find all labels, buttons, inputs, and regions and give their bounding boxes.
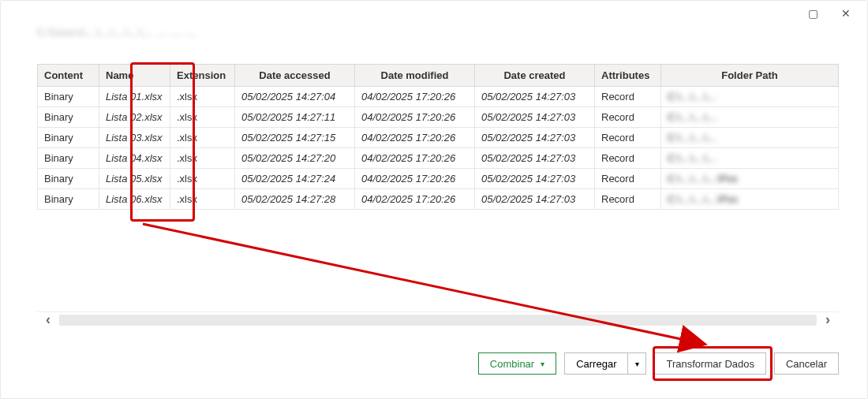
- table-body: BinaryLista 01.xlsx.xlsx05/02/2025 14:27…: [38, 87, 839, 210]
- cell-modified: 04/02/2025 17:20:26: [355, 189, 475, 210]
- scroll-left-button[interactable]: ‹: [37, 311, 59, 328]
- cell-created: 05/02/2025 14:27:03: [475, 107, 595, 128]
- cell-name: Lista 05.xlsx: [99, 169, 170, 189]
- horizontal-scrollbar[interactable]: ‹ ›: [37, 311, 839, 327]
- cell-name: Lista 03.xlsx: [99, 128, 170, 148]
- cell-name: Lista 06.xlsx: [99, 189, 170, 210]
- header-row: Content Name Extension Date accessed Dat…: [38, 65, 839, 87]
- table-row[interactable]: BinaryLista 03.xlsx.xlsx05/02/2025 14:27…: [38, 128, 839, 148]
- cell-folder: C:\…\…\…: [661, 148, 839, 169]
- cell-accessed: 05/02/2025 14:27:24: [235, 169, 355, 189]
- col-name[interactable]: Name: [99, 65, 170, 87]
- cell-content: Binary: [38, 148, 99, 169]
- cancel-label: Cancelar: [786, 358, 827, 370]
- dialog-path: C:\Users\…\…\…\…\… … … …: [1, 26, 867, 47]
- cell-name: Lista 04.xlsx: [99, 148, 170, 169]
- footer-buttons: Combinar ▾ Carregar ▾ Transformar Dados …: [37, 352, 839, 375]
- scroll-right-button[interactable]: ›: [817, 311, 839, 328]
- cell-ext: .xlsx: [170, 107, 235, 128]
- close-button[interactable]: ✕: [829, 2, 862, 24]
- cell-content: Binary: [38, 169, 99, 189]
- col-content[interactable]: Content: [38, 65, 99, 87]
- cell-attr: Record: [595, 189, 661, 210]
- col-attributes[interactable]: Attributes: [595, 65, 661, 87]
- cell-folder: C:\…\…\…: [661, 128, 839, 148]
- chevron-down-icon: ▾: [541, 360, 544, 368]
- cell-attr: Record: [595, 128, 661, 148]
- col-folder-path[interactable]: Folder Path: [661, 65, 839, 87]
- cell-ext: .xlsx: [170, 148, 235, 169]
- combine-label: Combinar: [490, 358, 534, 370]
- col-created[interactable]: Date created: [475, 65, 595, 87]
- navigator-dialog: ▢ ✕ C:\Users\…\…\…\…\… … … … Content Nam…: [0, 0, 868, 399]
- table-row[interactable]: BinaryLista 01.xlsx.xlsx05/02/2025 14:27…: [38, 87, 839, 107]
- cell-name: Lista 02.xlsx: [99, 107, 170, 128]
- cell-accessed: 05/02/2025 14:27:15: [235, 128, 355, 148]
- cell-created: 05/02/2025 14:27:03: [475, 189, 595, 210]
- col-modified[interactable]: Date modified: [355, 65, 475, 87]
- cell-folder: C:\…\…\…\Pos: [661, 169, 839, 189]
- load-button[interactable]: Carregar: [564, 352, 627, 375]
- cell-created: 05/02/2025 14:27:03: [475, 148, 595, 169]
- cell-folder: C:\…\…\…: [661, 107, 839, 128]
- cell-modified: 04/02/2025 17:20:26: [355, 148, 475, 169]
- cell-folder: C:\…\…\…\Pos: [661, 189, 839, 210]
- col-extension[interactable]: Extension: [170, 65, 235, 87]
- cell-accessed: 05/02/2025 14:27:28: [235, 189, 355, 210]
- cell-ext: .xlsx: [170, 87, 235, 107]
- col-accessed[interactable]: Date accessed: [235, 65, 355, 87]
- cell-name: Lista 01.xlsx: [99, 87, 170, 107]
- cell-accessed: 05/02/2025 14:27:04: [235, 87, 355, 107]
- cell-ext: .xlsx: [170, 189, 235, 210]
- close-icon: ✕: [841, 7, 851, 20]
- scroll-track[interactable]: [59, 315, 817, 326]
- combine-button[interactable]: Combinar ▾: [478, 352, 556, 375]
- table-row[interactable]: BinaryLista 06.xlsx.xlsx05/02/2025 14:27…: [38, 189, 839, 210]
- cell-created: 05/02/2025 14:27:03: [475, 169, 595, 189]
- cell-ext: .xlsx: [170, 169, 235, 189]
- cell-modified: 04/02/2025 17:20:26: [355, 128, 475, 148]
- cell-content: Binary: [38, 128, 99, 148]
- chevron-down-icon: ▾: [635, 360, 639, 368]
- cell-accessed: 05/02/2025 14:27:20: [235, 148, 355, 169]
- table-row[interactable]: BinaryLista 02.xlsx.xlsx05/02/2025 14:27…: [38, 107, 839, 128]
- cell-modified: 04/02/2025 17:20:26: [355, 87, 475, 107]
- cell-ext: .xlsx: [170, 128, 235, 148]
- cancel-button[interactable]: Cancelar: [774, 352, 839, 375]
- cell-modified: 04/02/2025 17:20:26: [355, 107, 475, 128]
- cell-attr: Record: [595, 148, 661, 169]
- preview-table-container: Content Name Extension Date accessed Dat…: [37, 64, 839, 324]
- cell-created: 05/02/2025 14:27:03: [475, 128, 595, 148]
- cell-created: 05/02/2025 14:27:03: [475, 87, 595, 107]
- cell-attr: Record: [595, 107, 661, 128]
- table-row[interactable]: BinaryLista 05.xlsx.xlsx05/02/2025 14:27…: [38, 169, 839, 189]
- cell-content: Binary: [38, 107, 99, 128]
- cell-modified: 04/02/2025 17:20:26: [355, 169, 475, 189]
- cell-attr: Record: [595, 169, 661, 189]
- maximize-button[interactable]: ▢: [796, 2, 829, 24]
- cell-accessed: 05/02/2025 14:27:11: [235, 107, 355, 128]
- transform-data-button[interactable]: Transformar Dados: [654, 352, 766, 375]
- titlebar: ▢ ✕: [1, 1, 867, 26]
- maximize-icon: ▢: [808, 7, 818, 20]
- load-split-button: Carregar ▾: [564, 352, 646, 375]
- transform-label: Transformar Dados: [666, 358, 754, 370]
- cell-content: Binary: [38, 189, 99, 210]
- load-dropdown[interactable]: ▾: [627, 352, 646, 375]
- cell-attr: Record: [595, 87, 661, 107]
- cell-folder: C:\…\…\…: [661, 87, 839, 107]
- cell-content: Binary: [38, 87, 99, 107]
- load-label: Carregar: [576, 358, 616, 370]
- preview-table: Content Name Extension Date accessed Dat…: [37, 64, 839, 210]
- table-row[interactable]: BinaryLista 04.xlsx.xlsx05/02/2025 14:27…: [38, 148, 839, 169]
